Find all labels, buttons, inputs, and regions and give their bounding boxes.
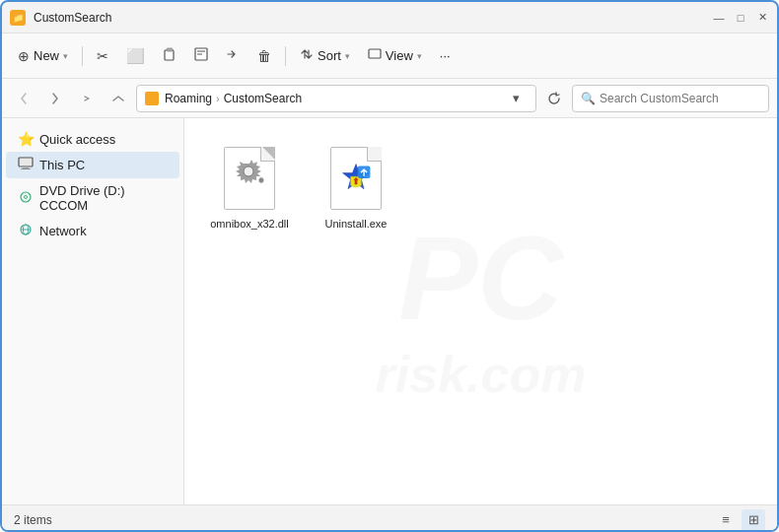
new-icon: ⊕ <box>18 48 30 64</box>
rename-button[interactable] <box>186 39 216 73</box>
sidebar-label-network: Network <box>39 224 87 238</box>
svg-rect-6 <box>369 49 381 58</box>
watermark-risk: risk.com <box>376 345 587 404</box>
file-item-omnibox[interactable]: omnibox_x32.dll <box>200 134 299 238</box>
path-roaming: Roaming <box>165 92 212 105</box>
up-button[interactable] <box>105 85 132 112</box>
svg-rect-8 <box>23 166 29 168</box>
delete-icon: 🗑 <box>257 48 271 64</box>
share-icon <box>226 47 240 64</box>
list-view-button[interactable]: ≡ <box>714 509 738 531</box>
window-controls: — □ ✕ <box>712 11 769 25</box>
uninstall-icon-svg <box>338 161 374 196</box>
window-title: CustomSearch <box>34 11 712 25</box>
dll-file-icon <box>224 147 275 210</box>
more-button[interactable]: ··· <box>432 39 459 73</box>
view-toggles: ≡ ⊞ <box>714 509 765 531</box>
svg-rect-9 <box>21 168 31 169</box>
file-area: PC risk.com <box>184 118 777 504</box>
grid-view-button[interactable]: ⊞ <box>742 509 765 531</box>
svg-rect-1 <box>167 48 173 51</box>
file-grid: omnibox_x32.dll <box>200 134 761 238</box>
svg-rect-0 <box>165 50 174 60</box>
toolbar-separator-1 <box>82 46 83 66</box>
toolbar: ⊕ New ▾ ✂ ⬜ <box>2 33 777 79</box>
file-icon-dll <box>220 143 279 214</box>
sidebar-label-this-pc: This PC <box>39 158 85 172</box>
status-bar: 2 items ≡ ⊞ <box>2 504 777 532</box>
search-icon: 🔍 <box>581 92 596 105</box>
view-label: View <box>386 48 413 63</box>
sidebar-item-network[interactable]: Network <box>6 218 179 244</box>
minimize-button[interactable]: — <box>712 11 726 25</box>
new-label: New <box>34 48 59 63</box>
maximize-button[interactable]: □ <box>734 11 747 25</box>
forward-button[interactable] <box>41 85 69 112</box>
search-input[interactable] <box>600 92 760 105</box>
cut-button[interactable]: ✂ <box>89 39 116 73</box>
cut-icon: ✂ <box>97 48 108 64</box>
file-item-uninstall[interactable]: Uninstall.exe <box>307 134 405 238</box>
share-button[interactable] <box>218 39 248 73</box>
exe-file-icon <box>330 147 382 210</box>
paste-icon <box>163 47 177 64</box>
sidebar-label-quick-access: Quick access <box>39 132 115 147</box>
svg-rect-7 <box>19 158 33 166</box>
view-button[interactable]: View ▾ <box>360 39 430 73</box>
watermark: PC risk.com <box>376 219 587 404</box>
path-customsearch: CustomSearch <box>224 92 302 105</box>
network-icon <box>18 223 34 239</box>
more-label: ··· <box>440 48 451 63</box>
star-icon: ⭐ <box>18 131 34 147</box>
sort-label: Sort <box>318 48 341 63</box>
new-button[interactable]: ⊕ New ▾ <box>10 39 76 73</box>
copy-icon: ⬜ <box>126 47 145 65</box>
sidebar-item-dvd-drive[interactable]: DVD Drive (D:) CCCOM <box>6 178 179 218</box>
svg-point-15 <box>244 166 253 176</box>
window-icon: 📁 <box>10 10 26 26</box>
svg-point-11 <box>25 195 28 198</box>
sidebar-label-dvd: DVD Drive (D:) CCCOM <box>39 183 168 213</box>
paste-button[interactable] <box>155 39 184 73</box>
path-separator-1: › <box>216 93 220 104</box>
path-folder-icon <box>145 92 159 105</box>
file-label-uninstall: Uninstall.exe <box>325 218 388 230</box>
refresh-button[interactable] <box>540 85 568 112</box>
address-path[interactable]: Roaming › CustomSearch ▾ <box>136 85 536 112</box>
sort-button[interactable]: Sort ▾ <box>292 39 358 73</box>
gears-icon <box>232 158 267 199</box>
copy-button[interactable]: ⬜ <box>118 39 153 73</box>
sidebar-item-this-pc[interactable]: This PC <box>6 152 179 178</box>
view-icon <box>368 47 382 64</box>
sidebar: ⭐ Quick access This PC DVD Drive (D:) CC… <box>2 118 184 504</box>
recent-button[interactable] <box>73 85 101 112</box>
toolbar-separator-2 <box>285 46 286 66</box>
search-box[interactable]: 🔍 <box>572 85 769 112</box>
back-button[interactable] <box>10 85 37 112</box>
address-bar: Roaming › CustomSearch ▾ 🔍 <box>2 79 777 118</box>
file-label-omnibox: omnibox_x32.dll <box>210 218 289 230</box>
close-button[interactable]: ✕ <box>755 11 769 25</box>
main-content: ⭐ Quick access This PC DVD Drive (D:) CC… <box>2 118 777 504</box>
delete-button[interactable]: 🗑 <box>249 39 279 73</box>
dvd-icon <box>18 190 34 207</box>
sort-icon <box>300 47 314 64</box>
file-icon-exe <box>326 143 386 214</box>
title-bar: 📁 CustomSearch — □ ✕ <box>2 2 777 33</box>
item-count: 2 items <box>14 513 52 527</box>
computer-icon <box>18 157 34 173</box>
path-dropdown-button[interactable]: ▾ <box>504 85 528 112</box>
rename-icon <box>194 47 208 64</box>
sidebar-item-quick-access[interactable]: ⭐ Quick access <box>6 126 179 152</box>
